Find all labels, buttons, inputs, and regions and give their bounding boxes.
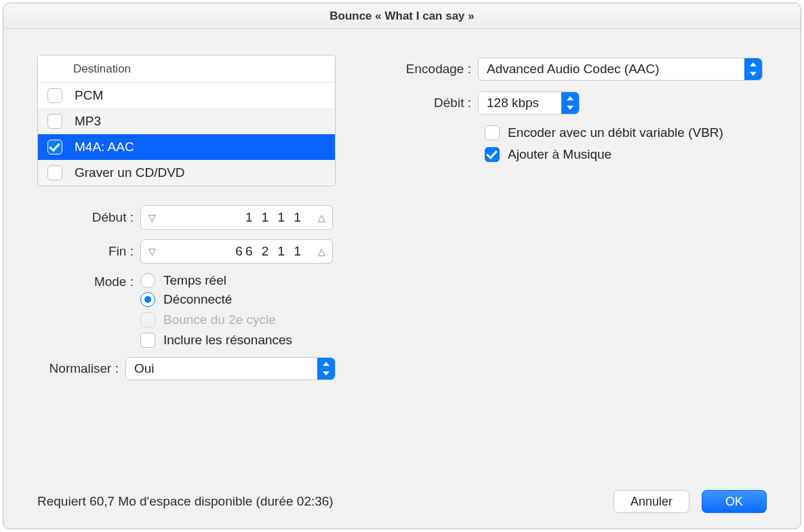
popup-stepper-icon[interactable] <box>561 92 579 114</box>
mode-radio-realtime[interactable] <box>140 273 155 288</box>
add-to-music-label[interactable]: Ajouter à Musique <box>508 147 611 162</box>
chevron-down-icon[interactable]: ▽ <box>145 246 159 257</box>
end-position-field[interactable]: ▽ 66 2 1 1 △ <box>140 239 333 264</box>
mode-radio-offline[interactable] <box>140 292 155 307</box>
destination-label: PCM <box>75 88 103 103</box>
destination-header: Destination <box>38 56 335 83</box>
chevron-down-icon[interactable]: ▽ <box>145 212 159 223</box>
cancel-button[interactable]: Annuler <box>614 490 689 513</box>
include-tails-checkbox[interactable] <box>140 333 155 348</box>
destination-list: Destination PCM MP3 M4A: AAC Graver un C… <box>37 55 336 186</box>
popup-stepper-icon[interactable] <box>744 58 762 80</box>
include-tails-label[interactable]: Inclure les résonances <box>163 333 292 348</box>
space-required-status: Requiert 60,7 Mo d'espace disponible (du… <box>37 494 334 509</box>
bounce-dialog: Bounce « What I can say » Destination PC… <box>3 3 801 529</box>
destination-label: Graver un CD/DVD <box>75 165 185 180</box>
bitrate-value: 128 kbps <box>487 96 561 110</box>
destination-row-pcm[interactable]: PCM <box>38 83 335 108</box>
start-position-value[interactable]: 1 1 1 1 <box>159 210 315 225</box>
encoding-popup[interactable]: Advanced Audio Codec (AAC) <box>478 58 763 81</box>
chevron-up-icon[interactable]: △ <box>315 246 328 257</box>
destination-row-mp3[interactable]: MP3 <box>38 108 335 134</box>
end-label: Fin : <box>37 244 140 259</box>
normalize-label: Normaliser : <box>37 361 125 376</box>
destination-checkbox-pcm[interactable] <box>47 88 62 103</box>
destination-row-cddvd[interactable]: Graver un CD/DVD <box>38 160 335 186</box>
encoding-value: Advanced Audio Codec (AAC) <box>487 62 744 77</box>
start-position-field[interactable]: ▽ 1 1 1 1 △ <box>140 205 333 230</box>
mode-option-realtime[interactable]: Temps réel <box>163 273 226 288</box>
destination-label: MP3 <box>75 114 101 129</box>
popup-stepper-icon[interactable] <box>317 358 335 380</box>
ok-button[interactable]: OK <box>702 490 767 513</box>
start-label: Début : <box>37 210 140 225</box>
vbr-label[interactable]: Encoder avec un débit variable (VBR) <box>508 125 723 140</box>
second-cycle-checkbox <box>140 312 155 327</box>
dialog-title: Bounce « What I can say » <box>3 3 801 29</box>
normalize-value: Oui <box>134 361 317 376</box>
chevron-up-icon[interactable]: △ <box>315 212 328 223</box>
bitrate-popup[interactable]: 128 kbps <box>478 91 580 115</box>
second-cycle-label: Bounce du 2e cycle <box>163 312 276 327</box>
destination-checkbox-mp3[interactable] <box>47 114 62 129</box>
normalize-popup[interactable]: Oui <box>125 357 336 380</box>
destination-label: M4A: AAC <box>75 140 134 155</box>
add-to-music-checkbox[interactable] <box>485 147 500 162</box>
end-position-value[interactable]: 66 2 1 1 <box>159 244 315 259</box>
mode-label: Mode : <box>37 273 140 289</box>
destination-row-m4a[interactable]: M4A: AAC <box>38 134 335 160</box>
encoding-label: Encodage : <box>376 62 478 77</box>
vbr-checkbox[interactable] <box>485 125 500 140</box>
destination-checkbox-cddvd[interactable] <box>47 165 62 180</box>
bitrate-label: Débit : <box>376 96 478 110</box>
mode-option-offline[interactable]: Déconnecté <box>163 292 232 307</box>
dialog-footer: Requiert 60,7 Mo d'espace disponible (du… <box>3 474 801 529</box>
destination-checkbox-m4a[interactable] <box>47 140 62 155</box>
